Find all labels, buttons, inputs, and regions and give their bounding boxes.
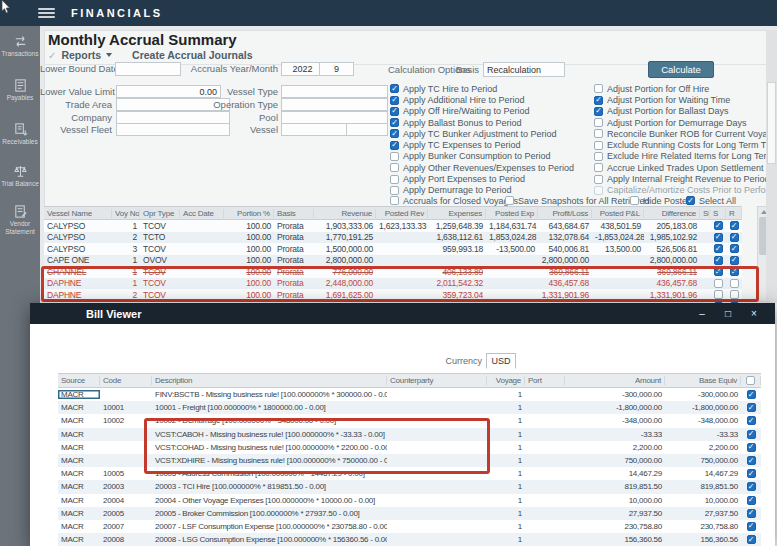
option-checkbox[interactable] [390, 196, 399, 205]
option-checkbox[interactable] [686, 196, 695, 205]
bill-select-checkbox[interactable] [747, 522, 756, 531]
row-r-checkbox[interactable] [730, 267, 739, 276]
bill-row[interactable]: MACR2000320003 - TCI Hire [100.000000% *… [58, 480, 761, 493]
accruals-month-input[interactable]: 9 [319, 62, 354, 76]
row-r-checkbox[interactable] [730, 290, 739, 299]
option-reconcile-bunker-rob-for-current-voyages[interactable]: Reconcile Bunker ROB for Current Voyages [594, 129, 777, 139]
option-adjust-portion-for-waiting-time[interactable]: Adjust Portion for Waiting Time [594, 95, 777, 105]
bill-row[interactable]: MACRVCST:XDHIRE - Missing business rule!… [58, 454, 761, 467]
row-s-checkbox[interactable] [714, 221, 723, 230]
calculate-button[interactable]: Calculate [648, 61, 714, 78]
option-checkbox[interactable] [390, 84, 399, 93]
bill-row[interactable]: MACR2000720007 - LSF Consumption Expense… [58, 520, 761, 533]
bill-select-checkbox[interactable] [747, 416, 756, 425]
operation-type-input[interactable] [281, 98, 388, 111]
bill-select-checkbox[interactable] [747, 535, 756, 544]
sidebar-item-receivables[interactable]: Receivables [0, 122, 40, 146]
lower-bound-date-input[interactable] [115, 62, 181, 76]
option-checkbox[interactable] [594, 186, 603, 195]
row-s-checkbox[interactable] [714, 267, 723, 276]
option-checkbox[interactable] [390, 129, 399, 138]
grid-row[interactable]: CALYPSO1TCOV100.00Prorata1,903,333.061,6… [44, 220, 742, 232]
sidebar-item-transactions[interactable]: Transactions [0, 34, 40, 58]
option-capitalize-amortize-costs-prior-to-performing-period[interactable]: Capitalize/Amortize Costs Prior to Perfo… [594, 186, 777, 196]
option-apply-off-hire-waiting-to-period[interactable]: Apply Off Hire/Waiting to Period [390, 107, 574, 117]
lower-value-limit-input[interactable]: 0.00 [116, 85, 221, 98]
page-scrollbar-thumb[interactable] [767, 82, 776, 164]
page-scrollbar[interactable] [766, 30, 777, 303]
reports-button[interactable]: ✓ Reports [48, 49, 112, 61]
currency-value-field[interactable]: USD [486, 353, 516, 369]
option-checkbox[interactable] [594, 84, 603, 93]
bill-row[interactable]: MACRFINV:BSCTB - Missing business rule! … [58, 388, 761, 401]
sidebar-item-vendor-statement[interactable]: Vendor Statement [0, 204, 40, 235]
row-r-checkbox[interactable] [730, 221, 739, 230]
bill-select-checkbox[interactable] [747, 469, 756, 478]
option-apply-tc-expenses-to-period[interactable]: Apply TC Expenses to Period [390, 140, 574, 150]
option-adjust-portion-for-ballast-days[interactable]: Adjust Portion for Ballast Days [594, 107, 777, 117]
sidebar-item-trial-balance[interactable]: Trial Balance [0, 164, 40, 188]
basis-input[interactable]: Recalculation [483, 62, 565, 77]
grid-row[interactable]: CHANNEL1TCOV100.00Prorata776,000.00406,1… [44, 266, 742, 278]
bill-row[interactable]: MACR1000210002 - Demurrage [100.000000% … [58, 414, 761, 427]
option-checkbox[interactable] [390, 152, 399, 161]
bill-select-checkbox[interactable] [747, 482, 756, 491]
option-checkbox[interactable] [390, 118, 399, 127]
option-checkbox[interactable] [594, 107, 603, 116]
minimize-icon[interactable]: – [693, 303, 711, 324]
option-checkbox[interactable] [594, 129, 603, 138]
row-r-checkbox[interactable] [730, 279, 739, 288]
bill-select-checkbox[interactable] [747, 496, 756, 505]
option-apply-additional-hire-to-period[interactable]: Apply Additional Hire to Period [390, 95, 574, 105]
hamburger-menu-icon[interactable] [38, 8, 55, 18]
option-apply-internal-freight-revenue-to-period[interactable]: Apply Internal Freight Revenue to Period [594, 174, 777, 184]
grid-row[interactable]: DAPHNE2TCOV100.00Prorata1,691,625.00359,… [44, 289, 742, 301]
option-checkbox[interactable] [594, 163, 603, 172]
option-select-all[interactable]: Select All [686, 196, 736, 206]
option-apply-port-expenses-to-period[interactable]: Apply Port Expenses to Period [390, 174, 574, 184]
bill-row[interactable]: MACR2000520005 - Broker Commission [100.… [58, 507, 761, 520]
bill-select-checkbox[interactable] [747, 390, 756, 399]
option-accrue-linked-trades-upon-settlement[interactable]: Accrue Linked Trades Upon Settlement [594, 163, 777, 173]
vessel-type-input[interactable] [281, 85, 388, 98]
option-checkbox[interactable] [630, 196, 639, 205]
vessel-code-input[interactable] [346, 123, 388, 136]
option-checkbox[interactable] [390, 163, 399, 172]
close-icon[interactable]: × [745, 303, 763, 324]
bill-row[interactable]: MACR1000110001 - Freight [100.000000% * … [58, 401, 761, 414]
option-apply-bunker-consumption-to-period[interactable]: Apply Bunker Consumption to Period [390, 152, 574, 162]
create-accrual-journals-button[interactable]: Create Accrual Journals [132, 49, 252, 61]
option-exclude-running-costs-for-long-term-tci-ov[interactable]: Exclude Running Costs for Long Term TCI/… [594, 140, 777, 150]
maximize-icon[interactable]: □ [719, 303, 737, 324]
bill-row[interactable]: MACR1000510005 - Address Commission [100… [58, 467, 761, 480]
option-adjust-portion-for-off-hire[interactable]: Adjust Portion for Off Hire [594, 84, 777, 94]
option-checkbox[interactable] [594, 118, 603, 127]
row-r-checkbox[interactable] [730, 256, 739, 265]
sidebar-item-payables[interactable]: Payables [0, 78, 40, 102]
bill-row[interactable]: MACR2000820008 - LSG Consumption Expense… [58, 533, 761, 546]
bill-select-checkbox[interactable] [747, 430, 756, 439]
grid-row[interactable]: DAPHNE1TCOV100.00Prorata2,448,000.002,01… [44, 278, 742, 290]
bill-select-checkbox[interactable] [747, 456, 756, 465]
option-apply-tc-hire-to-period[interactable]: Apply TC Hire to Period [390, 84, 574, 94]
select-all-bills-checkbox[interactable] [746, 376, 755, 385]
option-hide-posted[interactable]: Hide Posted [630, 196, 692, 206]
row-s-checkbox[interactable] [714, 256, 723, 265]
row-s-checkbox[interactable] [714, 244, 723, 253]
accruals-year-input[interactable]: 2022 [281, 62, 324, 76]
bill-select-checkbox[interactable] [747, 509, 756, 518]
option-apply-demurrage-to-period[interactable]: Apply Demurrage to Period [390, 186, 574, 196]
option-checkbox[interactable] [390, 175, 399, 184]
option-checkbox[interactable] [594, 175, 603, 184]
option-checkbox[interactable] [594, 96, 603, 105]
grid-row[interactable]: CAPE ONE1OVOV100.00Prorata2,800,000.002,… [44, 255, 742, 267]
option-checkbox[interactable] [505, 196, 514, 205]
grid-row[interactable]: CALYPSO2TCTO100.00Prorata1,770,191.251,6… [44, 232, 742, 244]
option-adjust-portion-for-demurrage-days[interactable]: Adjust Portion for Demurrage Days [594, 118, 777, 128]
row-r-checkbox[interactable] [730, 244, 739, 253]
bill-select-checkbox[interactable] [747, 443, 756, 452]
vessel-input[interactable] [281, 123, 351, 136]
option-checkbox[interactable] [390, 186, 399, 195]
bill-row[interactable]: MACR2000420004 - Other Voyage Expenses [… [58, 494, 761, 507]
bill-select-checkbox[interactable] [747, 403, 756, 412]
